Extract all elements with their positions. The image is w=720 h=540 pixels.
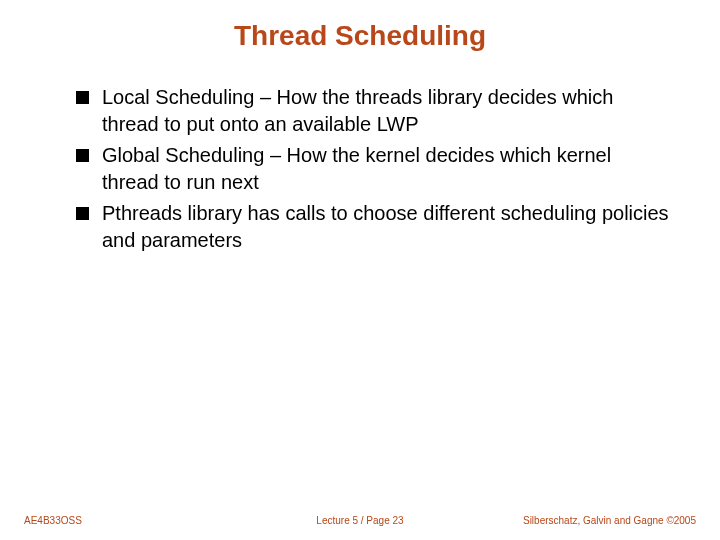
slide: Thread Scheduling Local Scheduling – How… xyxy=(0,0,720,540)
list-item: Global Scheduling – How the kernel decid… xyxy=(76,142,672,196)
bullet-list: Local Scheduling – How the threads libra… xyxy=(48,84,672,254)
list-item: Local Scheduling – How the threads libra… xyxy=(76,84,672,138)
page-title: Thread Scheduling xyxy=(48,20,672,52)
footer: AE4B33OSS Lecture 5 / Page 23 Silberscha… xyxy=(0,515,720,526)
list-item: Pthreads library has calls to choose dif… xyxy=(76,200,672,254)
footer-left: AE4B33OSS xyxy=(24,515,82,526)
footer-right: Silberschatz, Galvin and Gagne ©2005 xyxy=(523,515,696,526)
